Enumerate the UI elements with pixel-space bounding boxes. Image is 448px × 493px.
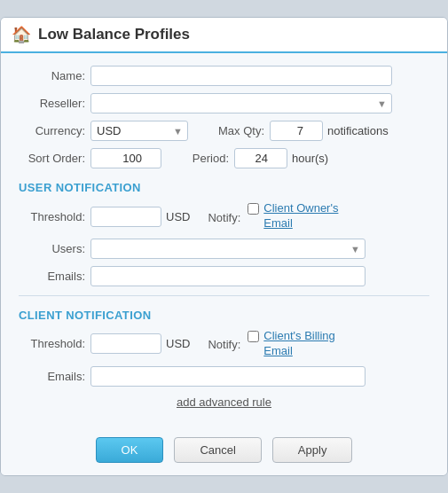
- user-notify-text: Client Owner's Email: [263, 201, 361, 231]
- user-emails-row: Emails:: [19, 266, 429, 286]
- client-emails-input[interactable]: [90, 366, 365, 387]
- ok-button[interactable]: OK: [96, 437, 164, 463]
- name-input[interactable]: [90, 66, 392, 86]
- apply-button[interactable]: Apply: [272, 437, 353, 463]
- reseller-row: Reseller: ▼: [19, 93, 429, 113]
- client-threshold-unit: USD: [166, 337, 190, 350]
- cancel-button[interactable]: Cancel: [174, 437, 261, 463]
- reseller-select[interactable]: [90, 93, 392, 113]
- add-advanced-rule-link[interactable]: add advanced rule: [177, 395, 271, 409]
- client-emails-row: Emails:: [19, 366, 429, 387]
- period-label: Period:: [177, 152, 229, 165]
- sort-order-input[interactable]: [90, 148, 161, 168]
- currency-maxqty-row: Currency: USD EUR GBP ▼ Max Qty: notific…: [19, 121, 429, 141]
- users-row: Users: ▼: [19, 239, 429, 259]
- page-title: Low Balance Profiles: [38, 26, 190, 43]
- user-notify-checkbox[interactable]: [248, 203, 259, 215]
- max-qty-label: Max Qty:: [204, 124, 264, 137]
- max-qty-input[interactable]: [270, 121, 323, 141]
- users-select[interactable]: [90, 239, 365, 259]
- client-notification-header: CLIENT NOTIFICATION: [19, 309, 429, 322]
- sort-order-label: Sort Order:: [19, 152, 85, 165]
- title-bar: 🏠 Low Balance Profiles: [1, 18, 447, 53]
- client-threshold-label: Threshold:: [19, 337, 85, 350]
- name-label: Name:: [19, 69, 85, 82]
- period-unit: hour(s): [292, 152, 328, 165]
- client-notify-checkbox-label[interactable]: Client's Billing Email: [263, 329, 361, 359]
- user-notify-label: Notify:: [208, 211, 240, 224]
- currency-select[interactable]: USD EUR GBP: [90, 121, 188, 141]
- user-threshold-row: Threshold: USD Notify: Client Owner's Em…: [19, 201, 429, 231]
- user-emails-label: Emails:: [19, 270, 85, 283]
- user-notification-header: USER NOTIFICATION: [19, 181, 429, 194]
- name-row: Name:: [19, 66, 429, 86]
- user-notify-group: Client Owner's Email: [248, 201, 361, 231]
- period-input[interactable]: [234, 148, 287, 168]
- user-emails-input[interactable]: [90, 266, 365, 286]
- advanced-rule-section: add advanced rule: [19, 395, 429, 409]
- currency-label: Currency:: [19, 124, 85, 137]
- reseller-select-wrap: ▼: [90, 93, 392, 113]
- sort-period-row: Sort Order: Period: hour(s): [19, 148, 429, 168]
- section-divider: [19, 295, 429, 296]
- users-label: Users:: [19, 242, 85, 255]
- user-threshold-unit: USD: [166, 210, 190, 223]
- user-threshold-label: Threshold:: [19, 210, 85, 223]
- currency-select-wrap: USD EUR GBP ▼: [90, 121, 188, 141]
- house-icon: 🏠: [12, 25, 31, 44]
- client-threshold-row: Threshold: USD Notify: Client's Billing …: [19, 329, 429, 359]
- client-notify-text: Client's Billing Email: [263, 329, 361, 359]
- form-content: Name: Reseller: ▼ Currency: USD EUR GBP: [1, 53, 447, 430]
- main-window: 🏠 Low Balance Profiles Name: Reseller: ▼…: [0, 17, 448, 476]
- client-notify-group: Client's Billing Email: [248, 329, 361, 359]
- user-threshold-input[interactable]: [90, 207, 161, 227]
- max-qty-unit: notifications: [327, 124, 389, 137]
- client-notify-checkbox[interactable]: [248, 331, 259, 342]
- users-select-wrap: ▼: [90, 239, 365, 259]
- client-emails-label: Emails:: [19, 370, 85, 383]
- reseller-label: Reseller:: [19, 97, 85, 110]
- footer-buttons: OK Cancel Apply: [1, 430, 447, 475]
- user-notify-checkbox-label[interactable]: Client Owner's Email: [263, 201, 361, 231]
- client-notify-label: Notify:: [208, 338, 240, 351]
- client-threshold-input[interactable]: [90, 333, 161, 354]
